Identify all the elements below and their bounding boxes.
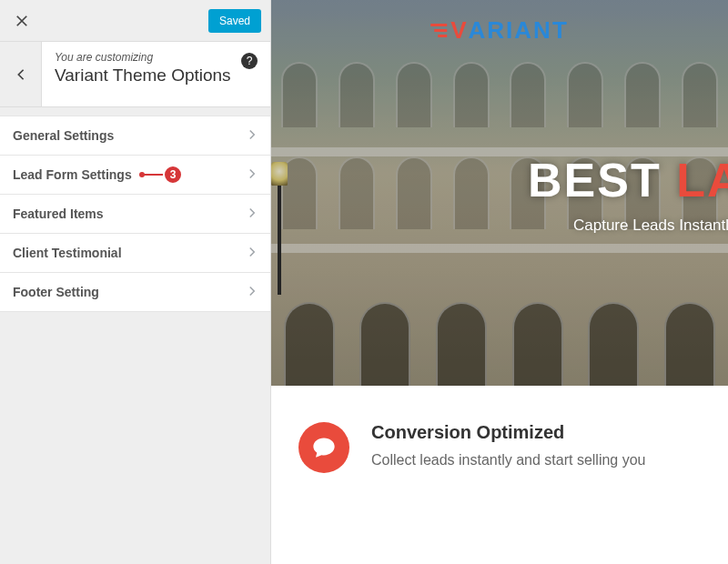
hero-title: BEST LA (528, 153, 728, 207)
menu-item-featured-items[interactable]: Featured Items (0, 194, 270, 234)
menu-item-label: Client Testimonial (13, 246, 122, 260)
saved-button[interactable]: Saved (208, 9, 261, 33)
menu-item-label: Footer Setting (13, 285, 99, 299)
chevron-right-icon (247, 128, 258, 143)
hero-subtitle: Capture Leads Instantly a (573, 217, 728, 235)
settings-menu: General Settings Lead Form Settings 3 Fe… (0, 116, 270, 312)
annotation-marker: 3 (139, 165, 183, 185)
close-button[interactable] (9, 8, 35, 34)
logo-text-rest: ARIANT (469, 16, 569, 45)
chat-icon (298, 422, 349, 473)
help-icon[interactable]: ? (241, 53, 258, 69)
back-button[interactable] (0, 42, 42, 106)
feature-desc: Collect leads instantly and start sellin… (371, 452, 646, 468)
menu-item-lead-form-settings[interactable]: Lead Form Settings 3 (0, 155, 270, 195)
chevron-left-icon (15, 68, 27, 81)
logo-mark-icon (430, 24, 447, 37)
panel-header: You are customizing Variant Theme Option… (0, 42, 270, 107)
menu-item-label: General Settings (13, 128, 114, 143)
customizer-topbar: Saved (0, 0, 270, 42)
chevron-right-icon (247, 285, 258, 299)
panel-title: Variant Theme Options (55, 65, 258, 86)
logo-text-v: V (450, 16, 468, 45)
hero-section: VARIANT BEST LA Capture Leads Instantly … (271, 0, 728, 386)
menu-item-label: Featured Items (13, 206, 104, 221)
chevron-right-icon (247, 246, 258, 260)
close-icon (15, 15, 28, 27)
menu-item-general-settings[interactable]: General Settings (0, 116, 270, 156)
brand-logo: VARIANT (430, 16, 569, 45)
feature-title: Conversion Optimized (371, 422, 646, 443)
feature-block: Conversion Optimized Collect leads insta… (271, 386, 728, 509)
annotation-badge: 3 (163, 165, 183, 185)
menu-item-client-testimonial[interactable]: Client Testimonial (0, 233, 270, 273)
chevron-right-icon (247, 167, 258, 182)
theme-preview: VARIANT BEST LA Capture Leads Instantly … (271, 0, 728, 564)
customizing-label: You are customizing (55, 51, 258, 64)
menu-item-label: Lead Form Settings (13, 167, 132, 182)
menu-item-footer-setting[interactable]: Footer Setting (0, 272, 270, 312)
chevron-right-icon (247, 206, 258, 221)
customizer-sidebar: Saved You are customizing Variant Theme … (0, 0, 271, 564)
